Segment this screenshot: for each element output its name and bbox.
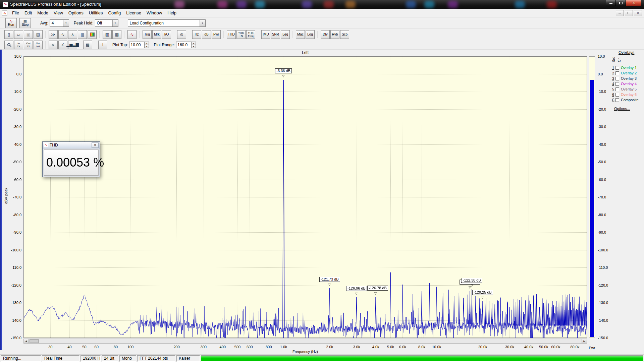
thd-close-button[interactable]: × [92, 142, 99, 148]
titlebar[interactable]: ∿ SpectraPLUS Professional Edition - [Sp… [0, 0, 644, 9]
imd-button[interactable]: IMD [261, 30, 270, 39]
thd-button[interactable]: THD [227, 30, 236, 39]
thd-freq-button[interactable]: THDFreq [246, 30, 255, 39]
desktop-glimpse-blob [448, 1, 458, 8]
md-restore-button[interactable] [625, 10, 633, 16]
horizontal-scrollbar[interactable]: ◀ ▶ [23, 339, 587, 344]
y-axis-label: -100.0 [6, 248, 21, 252]
close-button[interactable]: × [626, 0, 641, 6]
new-document-icon[interactable]: ▯ [4, 30, 13, 39]
open-file-icon[interactable]: ▱ [14, 30, 23, 39]
spinner-down-icon[interactable]: ▾ [145, 45, 149, 48]
db-units-button[interactable]: dB [202, 30, 211, 39]
averages-select[interactable]: 4 ▾ [50, 19, 69, 27]
trigger-button[interactable]: Trig [143, 30, 152, 39]
spinner-up-icon[interactable]: ▴ [145, 42, 149, 45]
overlay-row: 6Overlay 6 [611, 92, 643, 97]
grid-display-icon[interactable]: ▩ [83, 41, 92, 49]
md-minimize-button[interactable] [616, 10, 624, 16]
y-axis-label: -80.0 [6, 213, 21, 217]
overlay-checkbox-5[interactable] [615, 87, 619, 91]
overlay-number-4[interactable]: 4 [611, 82, 615, 86]
menu-item-mode[interactable]: Mode [35, 9, 51, 17]
menu-item-config[interactable]: Config [106, 9, 124, 17]
overlay-checkbox-C[interactable] [615, 98, 619, 102]
scroll-left-button[interactable]: ◀ [24, 339, 29, 343]
overlays-options-button[interactable]: Options... [612, 106, 632, 111]
overlay-label: Overlay 5 [621, 87, 637, 91]
app-window: ∿ SpectraPLUS Professional Edition - [Sp… [0, 0, 644, 362]
overlay-label: Overlay 4 [621, 82, 637, 86]
time-series-view-icon[interactable]: ∧ [68, 30, 77, 39]
macro-button[interactable]: Mac [296, 30, 305, 39]
phase-plot-icon[interactable]: ∠ [58, 41, 67, 49]
menu-item-license[interactable]: License [123, 9, 144, 17]
y-axis-label-right: -60.0 [598, 178, 613, 182]
menu-item-utilities[interactable]: Utilities [86, 9, 106, 17]
scope-button[interactable]: Scp [340, 30, 349, 39]
leq-button[interactable]: Leq [281, 30, 290, 39]
spectrum-view-icon[interactable]: ∿ [58, 30, 67, 39]
dual-view-icon[interactable]: ▥ [103, 30, 112, 39]
load-configuration-select[interactable]: Load Configuration ▾ [128, 19, 206, 27]
thd-window[interactable]: ∿ THD × 0.00053 % [42, 141, 100, 177]
maximize-button[interactable] [616, 0, 626, 6]
menu-item-help[interactable]: Help [165, 9, 179, 17]
run-button[interactable]: ∿ Run [5, 18, 17, 28]
spectrogram-view-icon[interactable] [88, 30, 97, 39]
overlay-row: 4Overlay 4 [611, 81, 643, 86]
plot-top-input[interactable] [129, 42, 145, 48]
overlay-checkbox-1[interactable] [615, 66, 619, 70]
overlay-number-1[interactable]: 1 [611, 66, 615, 70]
oscillator-icon[interactable]: ⊙ [177, 30, 186, 39]
overlay-checkbox-3[interactable] [615, 77, 619, 80]
menu-item-file[interactable]: File [9, 9, 22, 17]
menu-item-edit[interactable]: Edit [22, 9, 35, 17]
hz-units-button[interactable]: Hz [192, 30, 201, 39]
spectrum-plot-canvas[interactable] [23, 56, 587, 338]
power-units-button[interactable]: Pwr [212, 30, 221, 39]
overlay-checkbox-2[interactable] [615, 71, 619, 75]
save-icon[interactable]: ▣ [24, 30, 33, 39]
zoom-tool-icon[interactable] [4, 41, 13, 49]
plot-range-spinner[interactable]: ▴▾ [192, 42, 196, 48]
signal-generator-icon[interactable]: ∿ [127, 30, 137, 39]
reverb-button[interactable]: Rvb [330, 30, 339, 39]
channel-mode: Mono [119, 355, 136, 362]
stop-button[interactable]: ▦ Stop [19, 18, 31, 28]
snr-button[interactable]: SNR [271, 30, 280, 39]
markers-button[interactable]: Mrk [152, 30, 161, 39]
peak-hold-select[interactable]: Off ▾ [95, 19, 118, 27]
menu-item-view[interactable]: View [51, 9, 66, 17]
overlay-number-3[interactable]: 3 [611, 77, 615, 80]
print-icon[interactable]: ▤ [34, 30, 43, 39]
time-plot-icon[interactable]: ≈ [49, 41, 58, 49]
run-continuous-icon[interactable]: ≫ [49, 30, 58, 39]
zoom-out-full-button[interactable]: Outfull [34, 41, 43, 49]
scroll-right-button[interactable]: ▶ [582, 339, 587, 343]
bar-view-icon[interactable]: ||| [78, 30, 87, 39]
overlay-checkbox-4[interactable] [615, 82, 619, 86]
plot-range-input[interactable] [176, 42, 192, 48]
thd-titlebar[interactable]: ∿ THD × [43, 142, 100, 148]
overlay-checkbox-6[interactable] [615, 93, 619, 97]
md-close-button[interactable]: × [634, 10, 642, 16]
overlay-number-C[interactable]: C [611, 98, 615, 102]
spinner-up-icon[interactable]: ▴ [192, 42, 196, 45]
plot-top-spinner[interactable]: ▴▾ [145, 42, 149, 48]
menu-item-options[interactable]: Options [66, 9, 86, 17]
multi-view-icon[interactable]: ▦ [112, 30, 121, 39]
minimize-button[interactable] [606, 0, 616, 6]
logging-button[interactable]: Log [306, 30, 315, 39]
x-axis-label: 20.0k [473, 345, 493, 349]
zoom-out-2x-button[interactable]: Out2X [24, 41, 33, 49]
histogram-icon[interactable]: ▂▅▃▇ [68, 41, 77, 49]
io-button[interactable]: I/O [162, 30, 171, 39]
spinner-down-icon[interactable]: ▾ [192, 45, 196, 48]
zoom-in-2x-button[interactable]: In2X [14, 41, 23, 49]
thd-plus-n-button[interactable]: THD+N [236, 30, 246, 39]
menu-item-window[interactable]: Window [144, 9, 165, 17]
marker-cursor-icon[interactable]: I [98, 41, 107, 49]
scrollbar-thumb[interactable] [30, 339, 39, 343]
delay-button[interactable]: Dly [321, 30, 330, 39]
